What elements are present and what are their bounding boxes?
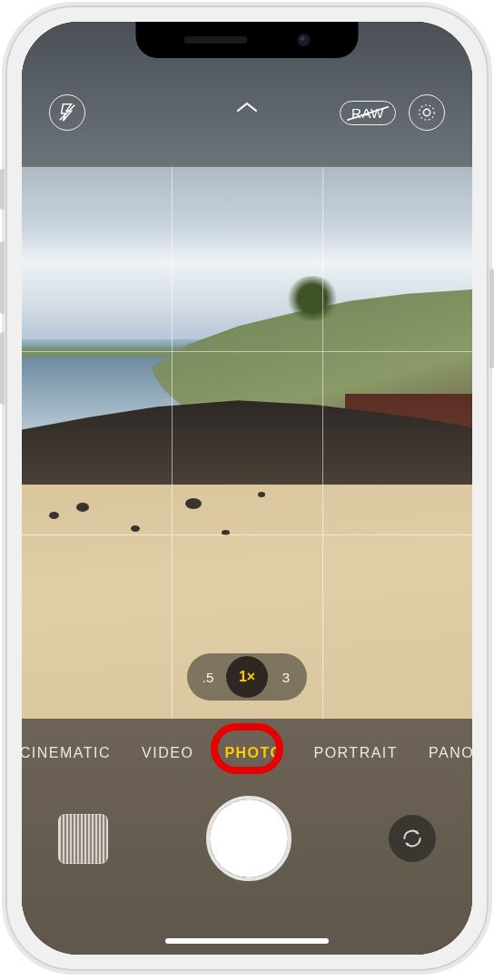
svg-point-1 — [423, 109, 430, 115]
mode-cinematic[interactable]: CINEMATIC — [22, 745, 111, 761]
camera-viewfinder[interactable]: .5 1× 3 — [22, 167, 472, 719]
zoom-1x-button[interactable]: 1× — [226, 656, 268, 698]
last-photo-thumbnail[interactable] — [58, 814, 108, 864]
live-photo-toggle[interactable] — [409, 94, 445, 131]
notch — [136, 22, 359, 58]
iphone-frame: RAW — [2, 2, 492, 975]
grid-line — [322, 167, 323, 719]
front-camera — [298, 34, 311, 46]
volume-up-button — [0, 241, 5, 314]
ring-switch — [0, 169, 5, 210]
screen: RAW — [22, 22, 472, 955]
grid-line — [22, 351, 472, 352]
earpiece — [184, 36, 248, 44]
side-button — [489, 269, 494, 368]
mode-portrait[interactable]: PORTRAIT — [313, 745, 398, 761]
scene-tree — [285, 276, 340, 321]
mode-photo[interactable]: PHOTO — [224, 745, 282, 761]
zoom-0_5x-button[interactable]: .5 — [190, 659, 226, 695]
mode-pano[interactable]: PANO — [429, 745, 472, 761]
chevron-up-icon — [234, 99, 260, 115]
flip-camera-button[interactable] — [389, 815, 436, 862]
volume-down-button — [0, 332, 5, 405]
bottom-bar: CINEMATIC VIDEO PHOTO PORTRAIT PANO — [22, 719, 472, 955]
raw-toggle[interactable]: RAW — [340, 101, 396, 125]
grid-line — [172, 167, 173, 719]
control-row — [22, 793, 472, 884]
mode-video[interactable]: VIDEO — [142, 745, 193, 761]
svg-point-2 — [420, 105, 435, 121]
grid-line — [22, 534, 472, 535]
scene-pebble — [76, 503, 89, 512]
expand-controls-button[interactable] — [234, 99, 260, 119]
scene-pebble — [49, 512, 59, 519]
live-photo-icon — [417, 103, 437, 122]
zoom-selector: .5 1× 3 — [187, 653, 307, 701]
flash-toggle[interactable] — [49, 94, 85, 131]
home-indicator[interactable] — [165, 938, 329, 944]
mode-selector[interactable]: CINEMATIC VIDEO PHOTO PORTRAIT PANO — [22, 735, 472, 771]
zoom-3x-button[interactable]: 3 — [268, 659, 304, 695]
scene-pebble — [131, 525, 140, 532]
scene-pebble — [185, 498, 202, 509]
scene-pebble — [258, 492, 265, 497]
flip-camera-icon — [400, 827, 424, 850]
flash-off-icon — [57, 103, 77, 122]
shutter-button[interactable] — [210, 799, 288, 877]
